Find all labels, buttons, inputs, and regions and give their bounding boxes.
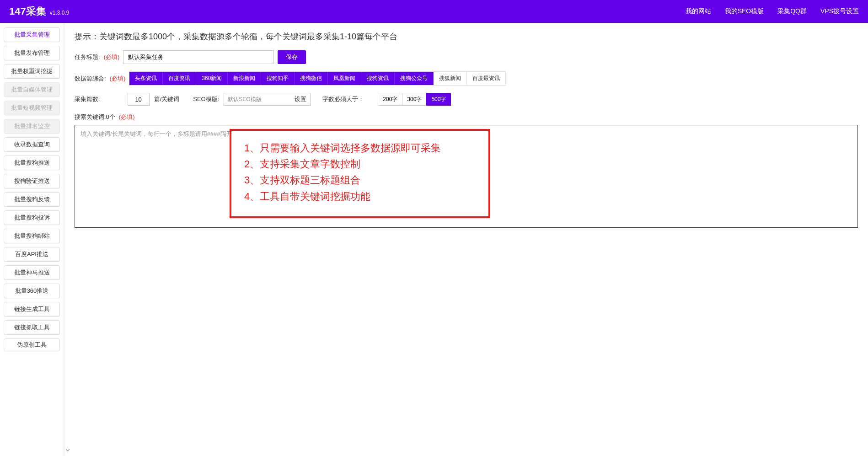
sidebar-item[interactable]: 批量搜狗投诉 — [4, 210, 60, 225]
body-wrap: 批量采集管理批量发布管理批量权重词挖掘批量自媒体管理批量短视频管理批量排名监控收… — [0, 23, 868, 456]
source-tag[interactable]: 头条资讯 — [129, 72, 163, 85]
sidebar-item[interactable]: 批量发布管理 — [4, 46, 60, 60]
sidebar-item[interactable]: 批量360推送 — [4, 284, 60, 298]
task-title-row: 任务标题: (必填) 保存 — [75, 50, 858, 64]
wordcount-label: 字数必须大于： — [322, 95, 364, 103]
source-tag[interactable]: 搜狐新闻 — [434, 72, 467, 85]
wordcount-group: 200字300字500字 — [378, 93, 451, 106]
sidebar: 批量采集管理批量发布管理批量权重词挖掘批量自媒体管理批量短视频管理批量排名监控收… — [0, 23, 64, 456]
app-header: 147采集 v1.3.0.9 我的网站 我的SEO模版 采集QQ群 VPS拨号设… — [0, 0, 868, 23]
source-tag[interactable]: 搜狗资讯 — [361, 72, 395, 85]
app-title: 147采集 — [9, 5, 46, 18]
count-suffix: 篇/关键词 — [154, 95, 180, 103]
source-row: 数据源综合: (必填) 头条资讯百度资讯360新闻新浪新闻搜狗知乎搜狗微信凤凰新… — [75, 71, 858, 86]
nav-my-seo-template[interactable]: 我的SEO模版 — [725, 7, 764, 16]
wordcount-option[interactable]: 300字 — [402, 93, 426, 106]
scroll-down-icon[interactable] — [64, 447, 71, 453]
seo-template-select[interactable]: 默认SEO模版 设置 — [224, 93, 311, 106]
sidebar-item[interactable]: 链接抓取工具 — [4, 320, 60, 335]
keyword-label-row: 搜索关键词:0个 (必填) — [75, 113, 858, 121]
wordcount-option[interactable]: 500字 — [426, 93, 451, 106]
task-title-required: (必填) — [104, 53, 120, 61]
source-tag[interactable]: 新浪新闻 — [228, 72, 261, 85]
sidebar-item[interactable]: 批量搜狗反馈 — [4, 192, 60, 207]
sidebar-item[interactable]: 批量搜狗绑站 — [4, 229, 60, 243]
sidebar-item[interactable]: 批量搜狗推送 — [4, 156, 60, 170]
sidebar-item[interactable]: 链接生成工具 — [4, 302, 60, 317]
sidebar-item[interactable]: 批量采集管理 — [4, 27, 60, 42]
source-tags: 头条资讯百度资讯360新闻新浪新闻搜狗知乎搜狗微信凤凰新闻搜狗资讯搜狗公众号搜狐… — [129, 71, 506, 86]
task-title-label: 任务标题: — [75, 53, 100, 61]
keyword-label: 搜索关键词:0个 — [75, 113, 115, 121]
source-tag[interactable]: 搜狗知乎 — [261, 72, 295, 85]
sidebar-item[interactable]: 收录数据查询 — [4, 137, 60, 152]
nav-my-site[interactable]: 我的网站 — [686, 7, 711, 16]
source-tag[interactable]: 凤凰新闻 — [328, 72, 361, 85]
sidebar-item[interactable]: 伪原创工具 — [4, 338, 60, 351]
keyword-textarea[interactable] — [80, 130, 852, 221]
wordcount-option[interactable]: 200字 — [378, 93, 402, 106]
sidebar-item: 批量自媒体管理 — [4, 82, 60, 97]
seo-template-placeholder: 默认SEO模版 — [228, 96, 261, 103]
app-version: v1.3.0.9 — [50, 10, 70, 16]
sidebar-item[interactable]: 百度API推送 — [4, 247, 60, 262]
sidebar-item[interactable]: 批量权重词挖掘 — [4, 64, 60, 79]
keyword-required: (必填) — [119, 113, 135, 121]
source-tag[interactable]: 搜狗公众号 — [395, 72, 434, 85]
count-label: 采集篇数: — [75, 95, 100, 103]
count-input[interactable] — [128, 93, 150, 106]
nav-qq-group[interactable]: 采集QQ群 — [777, 7, 807, 16]
source-tag[interactable]: 搜狗微信 — [295, 72, 328, 85]
seo-settings-link[interactable]: 设置 — [295, 95, 306, 103]
hint-text: 提示：关键词数最多1000个，采集数据源多个轮循，每个关键词最多采集1-10篇每… — [75, 31, 858, 42]
count-row: 采集篇数: 篇/关键词 SEO模版: 默认SEO模版 设置 字数必须大于： 20… — [75, 93, 858, 106]
header-nav: 我的网站 我的SEO模版 采集QQ群 VPS拨号设置 — [686, 7, 859, 16]
source-required: (必填) — [110, 75, 126, 83]
seo-label: SEO模版: — [193, 95, 219, 103]
sidebar-item: 批量排名监控 — [4, 119, 60, 134]
sidebar-item[interactable]: 批量神马推送 — [4, 265, 60, 280]
sidebar-item: 批量短视频管理 — [4, 101, 60, 115]
source-tag[interactable]: 百度资讯 — [163, 72, 196, 85]
nav-vps-dial[interactable]: VPS拨号设置 — [820, 7, 859, 16]
source-tag[interactable]: 360新闻 — [196, 72, 228, 85]
task-title-input[interactable] — [123, 50, 274, 64]
source-label: 数据源综合: — [75, 75, 106, 83]
sidebar-item[interactable]: 搜狗验证推送 — [4, 174, 60, 188]
main-content: 提示：关键词数最多1000个，采集数据源多个轮循，每个关键词最多采集1-10篇每… — [64, 23, 868, 456]
keyword-textarea-wrap: 1、只需要输入关键词选择多数据源即可采集2、支持采集文章字数控制3、支持双标题三… — [75, 125, 858, 228]
save-button[interactable]: 保存 — [278, 50, 306, 64]
source-tag[interactable]: 百度最资讯 — [467, 72, 505, 85]
header-left: 147采集 v1.3.0.9 — [9, 5, 69, 18]
